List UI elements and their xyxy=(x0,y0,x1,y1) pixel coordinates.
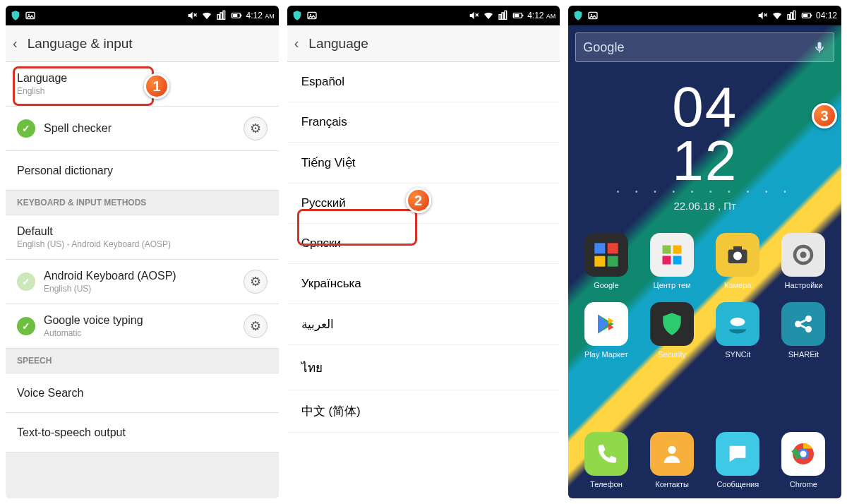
mute-icon xyxy=(468,10,479,21)
gear-icon[interactable]: ⚙ xyxy=(244,270,268,294)
status-bar: 4:12 AM xyxy=(6,6,279,25)
app-label: Центр тем xyxy=(654,281,691,289)
language-option[interactable]: ไทย xyxy=(287,345,560,390)
svg-point-39 xyxy=(668,446,675,454)
app-label: SYNCit xyxy=(725,350,750,359)
app-сообщения[interactable]: Сообщения xyxy=(707,432,769,488)
svg-rect-28 xyxy=(663,256,671,265)
svg-point-15 xyxy=(591,14,592,16)
app-icon xyxy=(781,432,825,476)
app-настройки[interactable]: Настройки xyxy=(773,233,834,289)
app-label: Сообщения xyxy=(716,480,759,488)
app-камера[interactable]: Камера xyxy=(707,233,769,289)
app-shareit[interactable]: SHAREit xyxy=(773,302,834,359)
app-label: Security xyxy=(658,350,686,359)
language-option[interactable]: Español xyxy=(287,62,560,102)
app-контакты[interactable]: Контакты xyxy=(642,432,703,488)
app-icon xyxy=(716,233,759,277)
wifi-icon xyxy=(201,10,212,21)
wifi-icon xyxy=(771,10,783,21)
default-keyboard-row[interactable]: Default English (US) - Android Keyboard … xyxy=(6,215,279,260)
svg-rect-27 xyxy=(673,246,682,254)
app-label: Google xyxy=(594,281,618,289)
tts-row[interactable]: Text-to-speech output xyxy=(6,413,279,452)
app-label: Chrome xyxy=(790,480,817,488)
language-option[interactable]: 中文 (简体) xyxy=(287,390,560,433)
spellchecker-row[interactable]: ✓ Spell checker ⚙ xyxy=(6,107,279,151)
svg-point-1 xyxy=(28,14,30,16)
clock-widget[interactable]: 04 12 • • • • • • • • • • 22.06.18 , Пт xyxy=(575,80,834,212)
mic-icon[interactable] xyxy=(812,40,827,54)
personal-dictionary-row[interactable]: Personal dictionary xyxy=(6,151,279,191)
language-list[interactable]: EspañolFrançaisTiếng ViệtРусскийСрпскиУк… xyxy=(287,62,560,498)
google-voice-row[interactable]: ✓ Google voice typing Automatic ⚙ xyxy=(6,304,279,349)
check-icon: ✓ xyxy=(17,317,35,335)
app-chrome[interactable]: Chrome xyxy=(773,432,834,488)
shield-icon xyxy=(10,10,21,21)
clock-minutes: 12 xyxy=(575,134,834,188)
app-icon xyxy=(584,233,628,277)
svg-rect-25 xyxy=(608,256,618,267)
app-телефон[interactable]: Телефон xyxy=(575,432,637,488)
shield-icon xyxy=(292,10,303,21)
tts-label: Text-to-speech output xyxy=(17,426,268,439)
mute-icon xyxy=(757,10,768,21)
svg-point-42 xyxy=(800,451,807,457)
back-icon[interactable]: ‹ xyxy=(13,35,18,52)
svg-rect-19 xyxy=(811,15,812,17)
svg-rect-26 xyxy=(663,246,671,254)
gear-icon[interactable]: ⚙ xyxy=(244,314,268,338)
phone-screen-1: 4:12 AM ‹ Language & input Language Engl… xyxy=(6,6,279,498)
aosp-sub: English (US) xyxy=(44,284,244,294)
app-google[interactable]: Google xyxy=(575,233,637,289)
app-security[interactable]: Security xyxy=(642,302,703,359)
check-icon: ✓ xyxy=(17,272,35,291)
language-option[interactable]: Français xyxy=(287,102,560,143)
status-time: 4:12 AM xyxy=(246,11,274,20)
google-search-bar[interactable]: Google xyxy=(575,32,834,62)
svg-rect-29 xyxy=(673,256,682,265)
aosp-label: Android Keyboard (AOSP) xyxy=(44,270,244,282)
language-option[interactable]: Српски xyxy=(287,224,560,264)
check-icon: ✓ xyxy=(17,119,35,138)
battery-icon xyxy=(512,10,524,21)
phone-screen-2: 4:12 AM ‹ Language EspañolFrançaisTiếng … xyxy=(287,6,560,498)
clock-date: 22.06.18 , Пт xyxy=(575,200,834,212)
svg-rect-23 xyxy=(608,243,618,253)
language-row[interactable]: Language English xyxy=(6,62,279,107)
aosp-keyboard-row[interactable]: ✓ Android Keyboard (AOSP) English (US) ⚙ xyxy=(6,260,279,304)
settings-list: Language English ✓ Spell checker ⚙ Perso… xyxy=(6,62,279,498)
app-icon xyxy=(781,233,825,277)
signal-icon xyxy=(216,10,227,21)
svg-rect-6 xyxy=(233,14,238,17)
language-option[interactable]: العربية xyxy=(287,304,560,345)
language-option[interactable]: Tiếng Việt xyxy=(287,143,560,184)
language-value: English xyxy=(17,86,268,96)
signal-icon xyxy=(786,10,798,21)
app-syncit[interactable]: SYNCit xyxy=(707,302,769,359)
gvoice-sub: Automatic xyxy=(44,328,244,338)
svg-rect-20 xyxy=(803,14,808,17)
voice-search-row[interactable]: Voice Search xyxy=(6,373,279,413)
app-label: Настройки xyxy=(784,281,822,289)
language-option[interactable]: Українська xyxy=(287,264,560,304)
svg-rect-13 xyxy=(515,14,519,17)
gear-icon[interactable]: ⚙ xyxy=(244,116,268,140)
home-screen[interactable]: Google 04 12 • • • • • • • • • • 22.06.1… xyxy=(568,25,841,498)
signal-icon xyxy=(498,10,509,21)
app-label: SHAREit xyxy=(788,350,819,359)
personal-dictionary-label: Personal dictionary xyxy=(17,164,268,177)
app-play-маркет[interactable]: Play Маркет xyxy=(575,302,637,359)
svg-rect-24 xyxy=(594,256,605,267)
app-bar: ‹ Language & input xyxy=(6,25,279,62)
dock: ТелефонКонтактыСообщенияChrome xyxy=(575,432,834,491)
back-icon[interactable]: ‹ xyxy=(294,35,299,52)
status-time: 04:12 xyxy=(816,11,837,20)
svg-rect-32 xyxy=(733,246,742,251)
app-label: Контакты xyxy=(655,480,689,488)
phone-screen-3: 04:12 Google 04 12 • • • • • • • • • • 2… xyxy=(568,6,841,498)
app-icon xyxy=(716,432,759,476)
app-icon xyxy=(584,302,628,346)
app-label: Play Маркет xyxy=(584,350,628,359)
app-центр-тем[interactable]: Центр тем xyxy=(642,233,703,289)
